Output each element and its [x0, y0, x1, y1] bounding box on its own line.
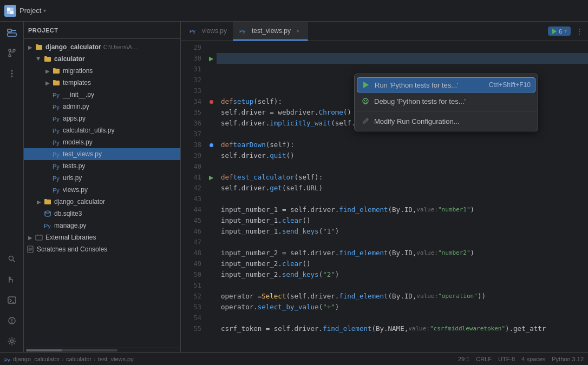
tab-close-test-views[interactable]: × [293, 26, 302, 35]
ctx-run-item[interactable]: Run 'Python tests for tes...' Ctrl+Shift… [357, 77, 535, 92]
folder-icon-django-sub [43, 197, 52, 206]
status-encoding[interactable]: UTF-8 [498, 356, 515, 362]
status-indent[interactable]: 4 spaces [521, 356, 545, 362]
sidebar-item-calculator[interactable]: ▶ calculator [24, 53, 180, 65]
svg-rect-3 [7, 11, 10, 14]
svg-text:Py: Py [53, 104, 60, 110]
py-icon-urls: Py [52, 174, 61, 182]
svg-point-15 [10, 340, 13, 343]
icon-bar-project[interactable] [3, 24, 21, 41]
sidebar-item-django-calc-sub[interactable]: ▶ django_calculator [24, 196, 180, 208]
sidebar-label-django-sub: django_calculator [54, 198, 105, 205]
ctx-modify-item[interactable]: Modify Run Configuration... [355, 114, 538, 129]
line-numbers: 29 30 31 32 33 34 35 36 37 38 39 40 41 4… [181, 41, 206, 352]
svg-point-10 [11, 73, 12, 75]
tab-bar: Py views.py Py test_views.py × 6 ▾ ⋮ [181, 22, 588, 41]
status-python-version[interactable]: Python 3.12 [552, 356, 584, 362]
code-line-52: operator = Select(self.driver.find_eleme… [217, 291, 588, 302]
breadcrumb: Py django_calculator › calculator › test… [4, 356, 134, 362]
sidebar-item-views[interactable]: Py views.py [24, 184, 180, 196]
code-line-54 [217, 313, 588, 323]
sidebar-item-urls[interactable]: Py urls.py [24, 172, 180, 184]
breadcrumb-project[interactable]: django_calculator [13, 356, 60, 362]
breadcrumb-calculator[interactable]: calculator [66, 356, 92, 362]
editor-more-btn[interactable]: ⋮ [573, 25, 586, 38]
sidebar-item-db[interactable]: db.sqlite3 [24, 208, 180, 220]
sidebar-item-migrations[interactable]: ▶ migrations [24, 65, 180, 77]
py-icon-views: Py [52, 185, 61, 194]
tab-test-views-py[interactable]: Py test_views.py × [233, 22, 308, 41]
svg-text:Py: Py [239, 28, 245, 34]
icon-bar-vcs[interactable] [3, 44, 21, 62]
editor-area: Py views.py Py test_views.py × 6 ▾ ⋮ [181, 22, 588, 352]
run-count-badge[interactable]: 6 ▾ [548, 26, 571, 36]
sidebar-item-scratches[interactable]: Scratches and Consoles [24, 243, 180, 255]
sidebar-item-models[interactable]: Py models.py [24, 136, 180, 148]
sidebar-label-tests: tests.py [63, 162, 85, 170]
icon-bar-search[interactable] [3, 250, 21, 268]
modify-icon [361, 117, 370, 125]
sidebar-item-admin[interactable]: Py admin.py [24, 101, 180, 112]
sidebar-item-test-views[interactable]: Py test_views.py [24, 148, 180, 160]
run-play-icon [362, 81, 370, 89]
scratch-icon [26, 245, 35, 254]
code-line-31 [217, 64, 588, 75]
svg-point-35 [366, 100, 367, 101]
icon-bar-problems[interactable] [3, 312, 21, 329]
sidebar-label-external: External Libraries [45, 234, 96, 241]
external-icon [35, 233, 43, 242]
icon-bar-git[interactable] [3, 271, 21, 288]
code-line-47 [217, 237, 588, 248]
project-title[interactable]: Project ▾ [19, 6, 46, 15]
icon-bar-terminal[interactable] [3, 291, 21, 309]
sidebar-header: Project [24, 22, 180, 39]
icon-bar-settings[interactable] [3, 333, 21, 350]
py-icon-calculator-utils: Py [52, 126, 61, 135]
code-line-43 [217, 194, 588, 204]
sidebar-item-manage[interactable]: Py manage.py [24, 220, 180, 231]
tab-bar-actions: 6 ▾ ⋮ [548, 25, 586, 38]
svg-marker-31 [552, 29, 557, 34]
sidebar-item-external-libraries[interactable]: ▶ External Libraries [24, 231, 180, 243]
py-icon-apps: Py [52, 114, 61, 123]
title-bar: Project ▾ [0, 0, 588, 22]
breadcrumb-file[interactable]: test_views.py [98, 356, 134, 362]
code-line-38: def tearDown(self): [217, 140, 588, 150]
svg-rect-2 [10, 8, 14, 11]
sidebar-item-django-calculator-root[interactable]: ▶ django_calculator C:\Users\A... [24, 41, 180, 53]
sidebar-item-tests[interactable]: Py tests.py [24, 160, 180, 172]
code-line-46: input_number_1.send_keys("1") [217, 226, 588, 237]
svg-rect-13 [8, 297, 16, 303]
run-arrow-41[interactable]: ▶ [209, 174, 213, 181]
ctx-debug-item[interactable]: Debug 'Python tests for tes...' [355, 94, 538, 109]
debug-dot-38 [210, 143, 213, 147]
tree-arrow-django-root: ▶ [26, 43, 35, 51]
tab-icon-test-views: Py [238, 26, 247, 35]
svg-rect-27 [36, 235, 42, 240]
status-position[interactable]: 29:1 [458, 356, 469, 362]
code-line-41: def test_calculator(self): [217, 172, 588, 183]
sidebar-item-calculator-utils[interactable]: Py calculator_utils.py [24, 124, 180, 136]
sidebar-label-scratches: Scratches and Consoles [37, 245, 107, 253]
icon-bar-more[interactable] [3, 65, 21, 82]
status-crlf[interactable]: CRLF [476, 356, 492, 362]
svg-text:Py: Py [53, 92, 60, 98]
run-arrow-30[interactable]: ▶ [209, 55, 213, 62]
code-line-51 [217, 280, 588, 291]
ctx-separator [355, 111, 538, 111]
py-icon-manage: Py [43, 221, 52, 230]
py-icon-tests: Py [52, 162, 61, 170]
svg-text:Py: Py [53, 128, 60, 134]
sidebar-item-init[interactable]: Py __init__.py [24, 89, 180, 101]
sidebar-label-init: __init__.py [63, 91, 94, 98]
code-line-48: input_number_2 = self.driver.find_elemen… [217, 248, 588, 258]
sidebar-label-models: models.py [63, 138, 93, 146]
sidebar-item-apps[interactable]: Py apps.py [24, 112, 180, 124]
icon-bar [0, 22, 24, 352]
sidebar-label-admin: admin.py [63, 103, 89, 110]
debug-dot-34 [210, 100, 213, 104]
tab-views-py[interactable]: Py views.py [183, 22, 233, 41]
sidebar-item-templates[interactable]: ▶ templates [24, 77, 180, 89]
sidebar-label-calculator-utils: calculator_utils.py [63, 127, 114, 134]
svg-point-6 [9, 49, 11, 51]
